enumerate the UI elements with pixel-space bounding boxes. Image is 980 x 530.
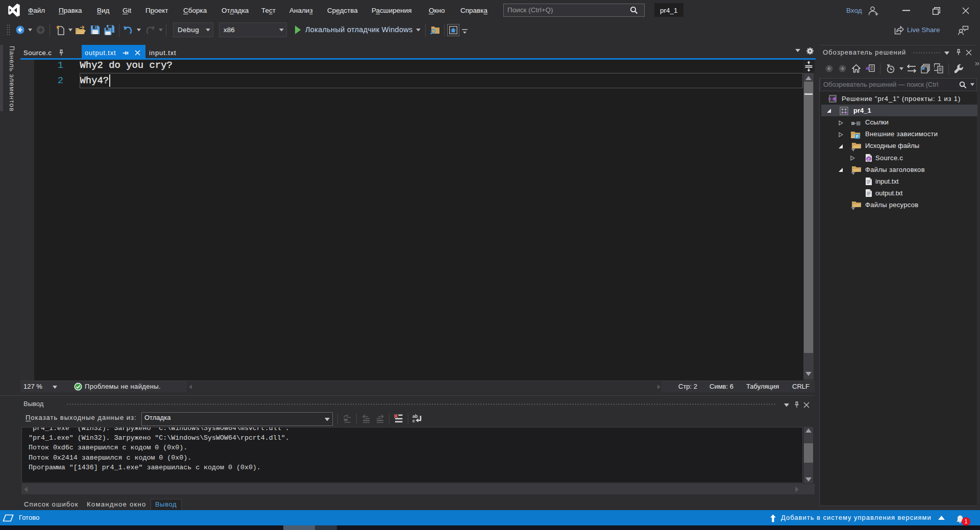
svg-text:c: c [412,418,415,423]
